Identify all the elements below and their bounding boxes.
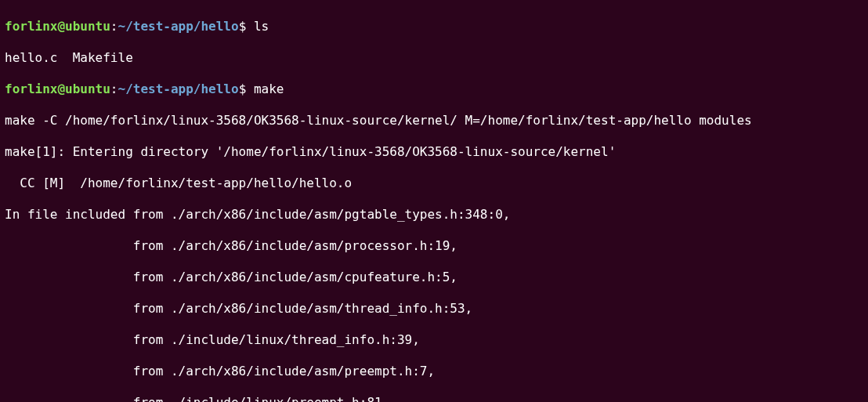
prompt-dollar: $ — [239, 81, 254, 96]
prompt-colon: : — [110, 81, 118, 96]
prompt-colon: : — [110, 19, 118, 34]
prompt-line: forlinx@ubuntu:~/test-app/hello$ ls — [5, 19, 863, 34]
make-output-line: from ./include/linux/preempt.h:81, — [5, 395, 863, 402]
command-ls: ls — [254, 19, 269, 34]
make-output-line: from ./include/linux/thread_info.h:39, — [5, 332, 863, 348]
make-output-line: from ./arch/x86/include/asm/processor.h:… — [5, 238, 863, 254]
make-output-line: from ./arch/x86/include/asm/cpufeature.h… — [5, 270, 863, 285]
make-output-line: CC [M] /home/forlinx/test-app/hello/hell… — [5, 176, 863, 191]
make-output-line: from ./arch/x86/include/asm/preempt.h:7, — [5, 364, 863, 379]
prompt-user: forlinx@ubuntu — [5, 81, 110, 96]
prompt-dollar: $ — [239, 19, 254, 34]
prompt-line: forlinx@ubuntu:~/test-app/hello$ make — [5, 81, 863, 97]
prompt-path: ~/test-app/hello — [118, 81, 239, 96]
make-output-line: from ./arch/x86/include/asm/thread_info.… — [5, 301, 863, 317]
command-make: make — [254, 81, 284, 96]
terminal-output[interactable]: forlinx@ubuntu:~/test-app/hello$ ls hell… — [0, 0, 868, 402]
ls-output: hello.c Makefile — [5, 50, 863, 66]
make-output-line: make[1]: Entering directory '/home/forli… — [5, 144, 863, 160]
make-output-line: make -C /home/forlinx/linux-3568/OK3568-… — [5, 113, 863, 129]
prompt-user: forlinx@ubuntu — [5, 19, 110, 34]
make-output-line: In file included from ./arch/x86/include… — [5, 207, 863, 223]
prompt-path: ~/test-app/hello — [118, 19, 239, 34]
